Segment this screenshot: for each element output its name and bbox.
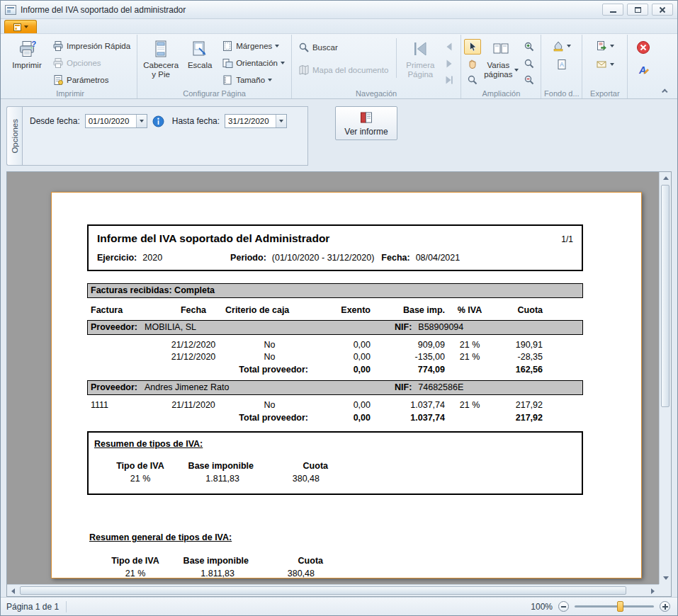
info-icon	[152, 115, 164, 127]
scroll-right-button[interactable]	[647, 585, 659, 597]
quick-print-button[interactable]: Impresión Rápida	[49, 39, 134, 53]
report-menu-icon	[13, 23, 21, 31]
scroll-up-button[interactable]	[660, 172, 672, 184]
zoom-out-button[interactable]	[521, 72, 538, 88]
close-preview-button[interactable]	[635, 39, 652, 56]
arrow-left-icon	[11, 588, 15, 594]
vertical-scrollbar[interactable]	[659, 172, 671, 584]
close-button[interactable]	[652, 4, 673, 16]
parameters-button[interactable]: Parámetros	[49, 73, 134, 87]
from-date-value[interactable]: 01/10/2020	[86, 115, 136, 127]
search-icon	[298, 42, 310, 53]
options-tab[interactable]: Opciones	[6, 106, 22, 166]
statusbar-separator	[66, 601, 67, 612]
zoom-out-step-button[interactable]	[558, 601, 569, 612]
page-color-button[interactable]	[549, 39, 575, 53]
previous-page-icon	[443, 41, 455, 52]
zoom-slider-thumb[interactable]	[617, 601, 623, 612]
watermark-button[interactable]: A	[553, 57, 571, 72]
to-date-label: Hasta fecha:	[172, 114, 220, 126]
next-page-icon	[443, 58, 455, 69]
title-bar[interactable]: Informe del IVA soportado del administra…	[1, 1, 677, 19]
group-inner-separator	[396, 38, 397, 78]
zoom-out-icon	[524, 74, 535, 86]
invoice-row: 21/12/2020 No 0,00 -135,00 21 % -28,35	[87, 351, 543, 363]
arrow-down-icon	[663, 576, 669, 580]
orientation-button[interactable]: Orientación	[218, 56, 288, 70]
zoom-in-button[interactable]	[521, 39, 538, 55]
pointer-tool-button[interactable]	[464, 39, 481, 55]
period-label: Periodo:	[230, 252, 266, 263]
ribbon-tab-strip	[1, 19, 677, 34]
zoom-tool-button[interactable]	[464, 72, 481, 88]
zoom-in-step-button[interactable]	[660, 601, 670, 612]
scale-button[interactable]: Escala	[183, 36, 217, 88]
group-label-fondo: Fondo d...	[541, 89, 582, 98]
svg-text:?: ?	[32, 40, 37, 48]
search-button[interactable]: Buscar	[295, 40, 392, 55]
dropdown-arrow-icon	[610, 63, 614, 66]
report-title: Informe del IVA soportado del Administra…	[97, 233, 329, 244]
export-send-button[interactable]	[592, 57, 618, 72]
report-meta-row: Ejercicio: 2020 Periodo: (01/10/2020 - 3…	[97, 252, 573, 263]
horizontal-scrollbar-thumb[interactable]	[20, 586, 626, 595]
parameters-icon	[52, 74, 64, 86]
margins-button[interactable]: Márgenes	[218, 39, 288, 53]
from-date-dropdown-button[interactable]	[136, 115, 147, 127]
print-button[interactable]: ? Imprimir	[6, 36, 47, 88]
vertical-scrollbar-thumb[interactable]	[661, 185, 669, 407]
options-panel: Opciones Desde fecha: 01/10/2020 Hasta f…	[1, 99, 677, 171]
view-report-button[interactable]: Ver informe	[335, 106, 397, 140]
minimize-icon	[610, 11, 616, 13]
general-summary-row: 21 % 1.811,83 380,48	[89, 568, 604, 578]
iva-summary-title: Resumen de tipos de IVA:	[94, 438, 576, 450]
zoom-slider[interactable]	[575, 605, 654, 608]
svg-text:A: A	[638, 64, 646, 76]
provider-bar: Proveedor:MOBILIA, SL NIF:B58909094	[87, 320, 583, 335]
ribbon-group-imprimir: ? Imprimir Impresión Rápida	[4, 35, 137, 98]
to-date-combo[interactable]: 31/12/2020	[225, 114, 287, 128]
magnifier-icon	[467, 74, 478, 86]
edit-watermark-button[interactable]: A	[635, 62, 652, 79]
watermark-icon: A	[556, 59, 567, 70]
ribbon-collapse-button[interactable]	[657, 86, 673, 96]
close-icon	[657, 4, 668, 16]
scroll-left-button[interactable]	[7, 585, 19, 597]
iva-summary-box: Resumen de tipos de IVA: Tipo de IVA Bas…	[87, 431, 583, 495]
ribbon-group-configurar-pagina: Cabecera y Pie Escala	[137, 35, 292, 98]
report-page-number: 1/1	[561, 234, 573, 245]
date-value: 08/04/2021	[416, 252, 461, 263]
size-button[interactable]: Tamaño	[218, 73, 288, 87]
print-preview-window: Informe del IVA soportado del administra…	[0, 0, 678, 616]
from-date-combo[interactable]: 01/10/2020	[85, 114, 147, 128]
first-page-button: Primera Página	[401, 36, 439, 88]
header-footer-button[interactable]: Cabecera y Pie	[140, 36, 181, 88]
to-date-value[interactable]: 31/12/2020	[225, 115, 276, 127]
hand-tool-button[interactable]	[464, 56, 481, 72]
page-info: Página 1 de 1	[6, 602, 59, 612]
multiple-pages-button[interactable]: Varias páginas	[482, 36, 519, 88]
send-email-icon	[596, 59, 607, 70]
export-document-button[interactable]	[592, 39, 618, 53]
header-footer-icon	[152, 40, 170, 58]
application-menu-button[interactable]	[4, 20, 37, 33]
period-value: (01/10/2020 - 31/12/2020)	[272, 252, 375, 263]
info-button[interactable]	[152, 114, 164, 127]
close-preview-icon	[636, 40, 650, 55]
zoom-level-button[interactable]	[521, 56, 538, 72]
orientation-icon	[222, 57, 233, 69]
horizontal-scrollbar[interactable]	[7, 584, 659, 596]
to-date-dropdown-button[interactable]	[276, 115, 286, 127]
window-app-icon	[5, 5, 16, 15]
document-map-icon	[298, 64, 310, 76]
next-page-button	[441, 56, 458, 72]
scroll-down-button[interactable]	[660, 572, 672, 584]
ribbon-group-ampliacion: Varias páginas	[461, 35, 541, 98]
from-date-label: Desde fecha:	[30, 114, 80, 126]
export-document-icon	[596, 40, 607, 52]
section-title-bar: Facturas recibidas: Completa	[87, 283, 583, 298]
group-label-configurar-pagina: Configurar Página	[137, 89, 291, 98]
minimize-button[interactable]	[602, 4, 623, 16]
maximize-button[interactable]	[627, 4, 648, 16]
invoice-row: 21/12/2020 No 0,00 909,09 21 % 190,91	[87, 339, 543, 351]
